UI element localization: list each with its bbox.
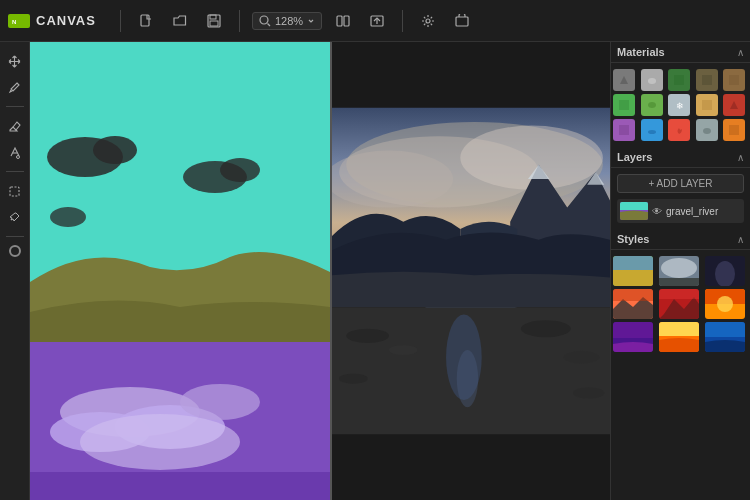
material-wood[interactable] bbox=[723, 119, 745, 141]
svg-rect-60 bbox=[613, 256, 653, 270]
style-dark-portrait[interactable] bbox=[705, 256, 745, 286]
color-swatch[interactable] bbox=[9, 245, 21, 257]
material-snow[interactable]: ❄ bbox=[668, 94, 690, 116]
svg-point-21 bbox=[50, 207, 86, 227]
svg-rect-4 bbox=[210, 15, 216, 19]
eyedropper-tool[interactable] bbox=[4, 206, 26, 228]
svg-point-44 bbox=[648, 78, 656, 84]
svg-rect-47 bbox=[729, 75, 739, 85]
svg-rect-51 bbox=[702, 100, 712, 110]
layer-name: gravel_river bbox=[666, 206, 741, 217]
material-water[interactable] bbox=[641, 119, 663, 141]
svg-point-18 bbox=[93, 136, 137, 164]
svg-rect-79 bbox=[705, 322, 745, 337]
layers-title: Layers bbox=[617, 151, 652, 163]
layers-chevron[interactable]: ∧ bbox=[737, 152, 744, 163]
material-dirt[interactable] bbox=[696, 69, 718, 91]
material-grass[interactable] bbox=[613, 94, 635, 116]
svg-point-27 bbox=[80, 414, 240, 470]
topbar: N CANVAS 128% bbox=[0, 0, 750, 42]
svg-rect-77 bbox=[659, 322, 699, 336]
material-purple[interactable] bbox=[613, 119, 635, 141]
style-blue-dawn[interactable] bbox=[705, 322, 745, 352]
svg-rect-2 bbox=[141, 15, 149, 26]
svg-rect-8 bbox=[337, 16, 342, 26]
materials-grid: ❄ bbox=[611, 69, 750, 147]
svg-point-26 bbox=[180, 384, 260, 420]
svg-point-73 bbox=[717, 296, 733, 312]
fill-tool[interactable] bbox=[4, 141, 26, 163]
svg-rect-56 bbox=[729, 125, 739, 135]
styles-chevron[interactable]: ∧ bbox=[737, 234, 744, 245]
svg-point-39 bbox=[339, 374, 368, 384]
svg-point-42 bbox=[457, 350, 478, 407]
layers-header: Layers ∧ bbox=[611, 147, 750, 168]
layer-thumbnail bbox=[620, 202, 648, 220]
svg-rect-28 bbox=[30, 472, 330, 500]
move-tool[interactable] bbox=[4, 50, 26, 72]
select-tool[interactable] bbox=[4, 180, 26, 202]
material-rock-red[interactable] bbox=[723, 94, 745, 116]
export-button[interactable] bbox=[364, 8, 390, 34]
share-button[interactable] bbox=[449, 8, 475, 34]
material-sand[interactable] bbox=[696, 94, 718, 116]
svg-point-35 bbox=[346, 329, 389, 343]
brush-tool[interactable] bbox=[4, 76, 26, 98]
layer-visibility-icon[interactable]: 👁 bbox=[652, 206, 662, 217]
svg-point-12 bbox=[426, 19, 430, 23]
material-cloud[interactable] bbox=[641, 69, 663, 91]
toolbar-separator-1 bbox=[120, 10, 121, 32]
svg-point-6 bbox=[260, 16, 268, 24]
style-red-rock[interactable] bbox=[659, 289, 699, 319]
svg-point-36 bbox=[389, 345, 418, 355]
style-sunset-mountain[interactable] bbox=[613, 289, 653, 319]
render-canvas[interactable] bbox=[332, 42, 610, 500]
svg-rect-75 bbox=[613, 322, 653, 338]
materials-title: Materials bbox=[617, 46, 665, 58]
open-button[interactable] bbox=[167, 8, 193, 34]
toolbar-separator-3 bbox=[402, 10, 403, 32]
tool-separator-3 bbox=[6, 236, 24, 237]
svg-rect-5 bbox=[210, 21, 218, 26]
svg-text:N: N bbox=[12, 19, 16, 25]
svg-rect-15 bbox=[10, 187, 19, 196]
new-button[interactable] bbox=[133, 8, 159, 34]
eraser-tool[interactable] bbox=[4, 115, 26, 137]
left-toolbar bbox=[0, 42, 30, 500]
layers-section: + ADD LAYER 👁 gravel_river bbox=[611, 174, 750, 229]
materials-header: Materials ∧ bbox=[611, 42, 750, 63]
style-golden-field[interactable] bbox=[613, 256, 653, 286]
add-layer-button[interactable]: + ADD LAYER bbox=[617, 174, 744, 193]
material-leaf[interactable] bbox=[641, 94, 663, 116]
draw-canvas[interactable] bbox=[30, 42, 330, 500]
brand: N CANVAS bbox=[8, 13, 96, 28]
svg-point-38 bbox=[564, 351, 600, 364]
svg-rect-64 bbox=[659, 278, 699, 286]
svg-point-66 bbox=[715, 261, 735, 286]
material-grass-dark[interactable] bbox=[668, 69, 690, 91]
app-title: CANVAS bbox=[36, 13, 96, 28]
svg-point-54 bbox=[648, 130, 656, 134]
material-soil[interactable] bbox=[723, 69, 745, 91]
style-sunrise-warm[interactable] bbox=[659, 322, 699, 352]
material-rock[interactable] bbox=[613, 69, 635, 91]
svg-rect-70 bbox=[659, 289, 699, 299]
svg-rect-61 bbox=[613, 270, 653, 286]
zoom-control[interactable]: 128% bbox=[252, 12, 322, 30]
svg-point-37 bbox=[521, 320, 571, 337]
material-stone[interactable] bbox=[696, 119, 718, 141]
svg-line-7 bbox=[267, 23, 270, 26]
style-orange-sunset[interactable] bbox=[705, 289, 745, 319]
style-cloudy-sky[interactable] bbox=[659, 256, 699, 286]
materials-chevron[interactable]: ∧ bbox=[737, 47, 744, 58]
svg-point-14 bbox=[17, 155, 20, 158]
split-view-button[interactable] bbox=[330, 8, 356, 34]
settings-button[interactable] bbox=[415, 8, 441, 34]
material-fire[interactable] bbox=[668, 119, 690, 141]
style-purple-dusk[interactable] bbox=[613, 322, 653, 352]
svg-point-40 bbox=[573, 387, 604, 398]
layer-gravel-river[interactable]: 👁 gravel_river bbox=[617, 199, 744, 223]
svg-marker-43 bbox=[620, 76, 628, 84]
svg-point-55 bbox=[703, 128, 711, 134]
save-button[interactable] bbox=[201, 8, 227, 34]
